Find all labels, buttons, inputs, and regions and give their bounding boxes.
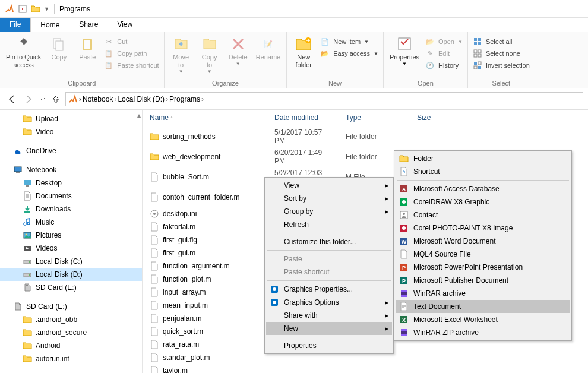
menu-new[interactable]: New▸ <box>266 322 392 335</box>
sidebar-item-upload[interactable]: Upload <box>0 112 142 125</box>
sidebar-item-notebook[interactable]: Notebook <box>0 163 142 176</box>
file-row[interactable]: taylor.m <box>143 364 588 373</box>
edit-button[interactable]: ✎Edit <box>423 48 465 59</box>
menu-microsoft-access-database[interactable]: AMicrosoft Access Database <box>396 182 570 195</box>
sidebar-item-onedrive[interactable]: OneDrive <box>0 144 142 157</box>
menu-mql4-source-file[interactable]: MQL4 Source File <box>396 248 570 261</box>
breadcrumb[interactable]: › Notebook› Local Disk (D:)› Programs› <box>65 92 583 106</box>
tab-file[interactable]: File <box>0 18 30 32</box>
dropdown-icon[interactable]: ▼ <box>44 6 49 12</box>
menu-graphics-options[interactable]: Graphics Options▸ <box>266 296 392 309</box>
select-all-button[interactable]: Select all <box>470 36 532 48</box>
folder-icon <box>23 127 32 137</box>
menu-graphics-properties-[interactable]: Graphics Properties... <box>266 283 392 296</box>
history-button[interactable]: 🕐History <box>423 59 465 71</box>
menu-group-by[interactable]: Group by▸ <box>266 205 392 218</box>
sidebar-item-videos[interactable]: Videos <box>0 242 142 255</box>
col-type[interactable]: Type <box>339 111 410 124</box>
tab-home[interactable]: Home <box>30 18 69 32</box>
invert-selection-button[interactable]: Invert selection <box>470 59 532 71</box>
col-date[interactable]: Date modified <box>267 111 339 124</box>
scissors-icon: ✂ <box>104 37 113 46</box>
copy-button[interactable]: Copy <box>45 33 73 62</box>
easy-access-button[interactable]: 📂Easy access ▼ <box>318 48 381 59</box>
cut-button[interactable]: ✂Cut <box>102 36 161 48</box>
sidebar-item-sd-card-e-[interactable]: SD Card (E:) <box>0 281 142 294</box>
back-button[interactable] <box>5 92 19 106</box>
tab-share[interactable]: Share <box>69 18 108 32</box>
recent-dropdown[interactable] <box>38 92 46 106</box>
sidebar-item-android[interactable]: Android <box>0 339 142 352</box>
paste-shortcut-button[interactable]: 📋Paste shortcut <box>102 59 161 71</box>
crumb-d-drive[interactable]: Local Disk (D:)› <box>118 95 168 103</box>
menu-share-with[interactable]: Share with▸ <box>266 309 392 322</box>
move-to-button[interactable]: Move to▼ <box>167 33 195 75</box>
svg-rect-34 <box>18 304 18 305</box>
sidebar-item-downloads[interactable]: Downloads <box>0 203 142 216</box>
chevron-right-icon: ▸ <box>385 181 388 189</box>
open-button[interactable]: 📂Open ▼ <box>423 36 465 48</box>
crumb-programs[interactable]: Programs› <box>169 95 204 103</box>
sidebar-item--android-obb[interactable]: .android_obb <box>0 313 142 326</box>
menu-refresh[interactable]: Refresh <box>266 218 392 231</box>
tab-view[interactable]: View <box>108 18 142 32</box>
new-item-button[interactable]: 📄New item ▼ <box>318 36 381 48</box>
scroll-up-icon[interactable]: ▴ <box>137 111 141 119</box>
sidebar-item-documents[interactable]: Documents <box>0 189 142 203</box>
file-icon <box>150 261 159 271</box>
forward-button[interactable] <box>21 92 36 106</box>
sidebar-item-video[interactable]: Video <box>0 125 142 138</box>
file-icon <box>150 274 159 284</box>
properties-icon[interactable] <box>18 4 27 14</box>
menu-microsoft-word-document[interactable]: WMicrosoft Word Document <box>396 235 570 248</box>
svg-rect-6 <box>399 38 410 50</box>
svg-rect-57 <box>401 290 407 292</box>
menu-folder[interactable]: Folder <box>396 152 570 165</box>
paste-button[interactable]: Paste <box>73 33 102 62</box>
svg-rect-32 <box>29 285 29 286</box>
menu-corel-photo-paint-x8-image[interactable]: Corel PHOTO-PAINT X8 Image <box>396 222 570 235</box>
svg-rect-58 <box>401 295 407 297</box>
rename-button[interactable]: 📝Rename <box>252 33 284 62</box>
copy-to-button[interactable]: Copy to▼ <box>195 33 224 75</box>
access-icon: A <box>399 184 409 194</box>
svg-point-37 <box>153 213 156 215</box>
file-icon <box>150 340 159 349</box>
menu-winrar-archive[interactable]: WinRAR archive <box>396 287 570 300</box>
sidebar-item-pictures[interactable]: Pictures <box>0 229 142 242</box>
sidebar-item-local-disk-d-[interactable]: Local Disk (D:) <box>0 268 142 281</box>
pin-quick-access-button[interactable]: Pin to Quick access <box>2 33 45 70</box>
select-none-button[interactable]: Select none <box>470 48 532 59</box>
menu-sort-by[interactable]: Sort by▸ <box>266 192 392 205</box>
menu-coreldraw-x8-graphic[interactable]: CorelDRAW X8 Graphic <box>396 195 570 208</box>
sidebar-item-local-disk-c-[interactable]: Local Disk (C:) <box>0 255 142 268</box>
up-button[interactable] <box>49 92 63 106</box>
new-folder-button[interactable]: New folder <box>289 33 318 70</box>
copy-path-button[interactable]: 📋Copy path <box>102 48 161 59</box>
menu-microsoft-powerpoint-presentation[interactable]: PMicrosoft PowerPoint Presentation <box>396 261 570 274</box>
col-size[interactable]: Size <box>410 111 457 124</box>
txt-icon <box>399 302 409 311</box>
col-name[interactable]: Name ˄ <box>143 111 267 124</box>
navigation-pane[interactable]: UploadVideoOneDriveNotebookDesktopDocume… <box>0 110 143 373</box>
crumb-notebook[interactable]: Notebook› <box>83 95 116 103</box>
menu-text-document[interactable]: Text Document <box>396 300 570 313</box>
menu-microsoft-publisher-document[interactable]: PMicrosoft Publisher Document <box>396 274 570 287</box>
menu-winrar-zip-archive[interactable]: WinRAR ZIP archive <box>396 326 570 339</box>
menu-contact[interactable]: Contact <box>396 208 570 222</box>
properties-button[interactable]: Properties▼ <box>386 33 423 68</box>
file-icon <box>150 353 159 362</box>
menu-customize-this-folder-[interactable]: Customize this folder... <box>266 235 392 248</box>
sidebar-item-sd-card-e-[interactable]: SD Card (E:) <box>0 300 142 313</box>
menu-shortcut[interactable]: Shortcut <box>396 165 570 178</box>
sidebar-item-desktop[interactable]: Desktop <box>0 176 142 189</box>
menu-view[interactable]: View▸ <box>266 179 392 192</box>
music-icon <box>23 217 32 227</box>
file-row[interactable]: sorting_methods5/1/2017 10:57 PMFile fol… <box>143 127 588 147</box>
menu-properties[interactable]: Properties <box>266 339 392 352</box>
delete-button[interactable]: Delete▼ <box>224 33 252 68</box>
sidebar-item-music[interactable]: Music <box>0 216 142 229</box>
sidebar-item--android-secure[interactable]: .android_secure <box>0 326 142 339</box>
menu-microsoft-excel-worksheet[interactable]: XMicrosoft Excel Worksheet <box>396 313 570 326</box>
sidebar-item-autorun-inf[interactable]: autorun.inf <box>0 352 142 365</box>
